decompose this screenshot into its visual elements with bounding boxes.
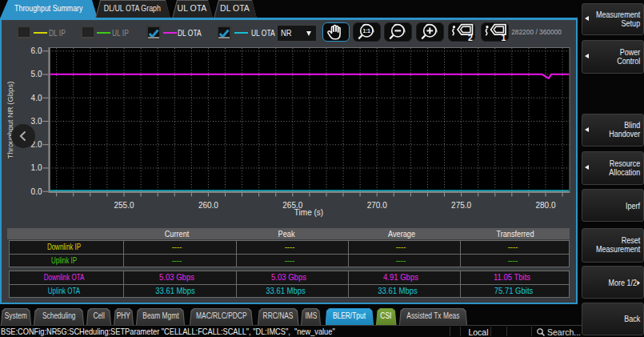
svg-text:1:1: 1:1 bbox=[363, 28, 371, 34]
svg-text:Time (s): Time (s) bbox=[294, 208, 323, 217]
svg-text:280.0: 280.0 bbox=[535, 201, 555, 210]
svg-text:260.0: 260.0 bbox=[198, 201, 218, 210]
svg-text:4.0: 4.0 bbox=[31, 94, 42, 102]
svg-text:1.0: 1.0 bbox=[31, 163, 42, 172]
svg-text:5.0: 5.0 bbox=[31, 70, 42, 78]
svg-text:275.0: 275.0 bbox=[451, 201, 471, 210]
svg-text:0.0: 0.0 bbox=[31, 187, 42, 196]
svg-text:3.0: 3.0 bbox=[31, 117, 42, 126]
svg-text:6.0: 6.0 bbox=[31, 46, 42, 55]
svg-text:2: 2 bbox=[468, 33, 473, 42]
svg-text:270.0: 270.0 bbox=[367, 201, 387, 210]
svg-text:255.0: 255.0 bbox=[114, 201, 134, 210]
svg-text:Throughput NR (Gbps): Throughput NR (Gbps) bbox=[6, 82, 14, 159]
